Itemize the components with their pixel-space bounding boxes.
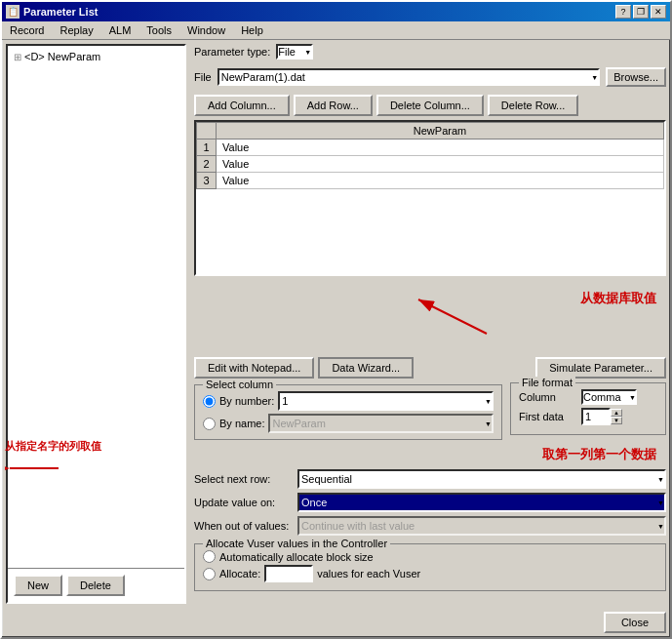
col-right: File format Column Comma Tab Firs	[510, 382, 666, 442]
param-type-select[interactable]: File	[276, 44, 313, 60]
update-value-select[interactable]: Once Each iteration	[297, 493, 666, 512]
table-row-num-header	[197, 123, 217, 140]
when-out-label: When out of values:	[194, 520, 292, 532]
table-row-value[interactable]: Value	[217, 173, 664, 189]
tree-item-newparam[interactable]: ⊞ <D> NewParam	[12, 50, 180, 63]
by-name-row: By name: NewParam	[203, 414, 494, 433]
manual-allocate-label: Allocate:	[219, 568, 260, 579]
by-number-select[interactable]: 1	[278, 391, 494, 411]
edit-notepad-button[interactable]: Edit with Notepad...	[194, 357, 314, 379]
title-bar: 📋 Parameter List ? ❐ ✕	[2, 2, 670, 21]
column-format-row: Column Comma Tab	[519, 389, 657, 405]
menu-tools[interactable]: Tools	[142, 23, 176, 37]
first-data-row: First data ▲ ▼	[519, 408, 657, 425]
manual-allocate-input[interactable]	[264, 565, 313, 582]
select-column-legend: Select column	[203, 379, 276, 390]
annotation3-area: 从指定名字的列取值	[5, 439, 102, 483]
when-out-wrapper: Continue with last value	[297, 516, 666, 536]
by-number-radio[interactable]	[203, 395, 216, 408]
delete-button[interactable]: Delete	[66, 575, 125, 596]
annotation1-text: 从数据库取值	[580, 290, 656, 307]
by-name-radio[interactable]	[203, 418, 216, 430]
bottom-buttons-row: Edit with Notepad... Data Wizard... Simu…	[194, 357, 666, 379]
close-button[interactable]: ✕	[651, 5, 666, 19]
param-type-label: Parameter type:	[194, 46, 270, 58]
first-data-spin: ▲ ▼	[581, 408, 622, 425]
table-row: 3Value	[197, 173, 664, 189]
file-select[interactable]: NewParam(1).dat	[217, 68, 600, 86]
param-type-select-wrapper: File	[276, 44, 313, 60]
menu-bar: Record Replay ALM Tools Window Help	[2, 21, 670, 40]
when-out-row: When out of values: Continue with last v…	[194, 516, 666, 536]
table-row-num: 2	[197, 156, 217, 173]
annotation2-area: 取第一列第一个数据	[194, 446, 666, 465]
col-left: Select column By number: 1	[194, 382, 502, 442]
spin-buttons: ▲ ▼	[611, 409, 622, 424]
table-row-num: 3	[197, 173, 217, 189]
left-buttons: New Delete	[8, 568, 184, 602]
table-row-value[interactable]: Value	[217, 140, 664, 156]
by-name-label: By name:	[219, 418, 264, 429]
select-next-row-row: Select next row: Sequential Random Uniqu…	[194, 469, 666, 489]
allocate-box: Allocate Vuser values in the Controller …	[194, 543, 666, 591]
menu-alm[interactable]: ALM	[105, 23, 136, 37]
two-col-section: Select column By number: 1	[194, 382, 666, 442]
menu-window[interactable]: Window	[183, 23, 229, 37]
close-row: Close	[2, 608, 670, 637]
delete-row-button[interactable]: Delete Row...	[488, 95, 578, 116]
window-title: Parameter List	[23, 6, 98, 18]
browse-button[interactable]: Browse...	[606, 67, 666, 87]
menu-record[interactable]: Record	[6, 23, 48, 37]
main-content: ⊞ <D> NewParam New Delete Parameter type…	[2, 40, 670, 608]
main-close-button[interactable]: Close	[604, 612, 666, 633]
toolbar-row: Add Column... Add Row... Delete Column..…	[194, 95, 666, 116]
svg-line-1	[418, 300, 487, 334]
first-data-input[interactable]	[581, 408, 611, 425]
select-column-box: Select column By number: 1	[194, 384, 502, 440]
data-wizard-button[interactable]: Data Wizard...	[318, 357, 414, 379]
manual-allocate-radio[interactable]	[203, 568, 216, 580]
first-data-label: First data	[519, 411, 577, 422]
by-name-select-wrapper: NewParam	[268, 414, 494, 433]
when-out-select[interactable]: Continue with last value	[297, 516, 666, 536]
table-newparam-header: NewParam	[217, 123, 664, 140]
table-row-num: 1	[197, 140, 217, 156]
annotation-arrow	[360, 280, 555, 353]
radio-group: By number: 1 By name:	[203, 391, 494, 433]
annotation3-text: 从指定名字的列取值	[5, 440, 101, 452]
spin-up-button[interactable]: ▲	[611, 409, 622, 417]
new-button[interactable]: New	[14, 575, 62, 596]
data-table-container: NewParam 1Value2Value3Value	[194, 120, 666, 276]
menu-replay[interactable]: Replay	[56, 23, 97, 37]
by-number-row: By number: 1	[203, 391, 494, 411]
add-row-button[interactable]: Add Row...	[294, 95, 373, 116]
by-name-select[interactable]: NewParam	[268, 414, 494, 433]
data-table: NewParam 1Value2Value3Value	[196, 122, 664, 189]
table-row: 1Value	[197, 140, 664, 156]
restore-button[interactable]: ❐	[633, 5, 649, 19]
spin-down-button[interactable]: ▼	[611, 417, 622, 424]
right-panel: Parameter type: File File NewParam(1).da…	[190, 40, 670, 608]
auto-allocate-radio[interactable]	[203, 550, 216, 563]
file-label: File	[194, 71, 212, 83]
select-next-row-label: Select next row:	[194, 473, 292, 485]
tree-area: ⊞ <D> NewParam	[8, 46, 184, 568]
table-row-value[interactable]: Value	[217, 156, 664, 173]
update-value-label: Update value on:	[194, 497, 292, 508]
simulate-button[interactable]: Simulate Parameter...	[535, 357, 666, 379]
add-column-button[interactable]: Add Column...	[194, 95, 290, 116]
select-next-row-wrapper: Sequential Random Unique	[297, 469, 666, 489]
help-button[interactable]: ?	[615, 5, 631, 19]
column-format-label: Column	[519, 391, 577, 403]
tree-item-label: <D> NewParam	[24, 51, 100, 62]
select-next-row-select[interactable]: Sequential Random Unique	[297, 469, 666, 489]
menu-help[interactable]: Help	[237, 23, 267, 37]
left-panel: ⊞ <D> NewParam New Delete	[6, 44, 186, 604]
title-bar-left: 📋 Parameter List	[6, 5, 98, 19]
annotation-area: 从数据库取值	[194, 280, 666, 353]
annotation2-text: 取第一列第一个数据	[542, 446, 656, 463]
annotation3-arrow	[5, 454, 63, 483]
delete-column-button[interactable]: Delete Column...	[376, 95, 484, 116]
column-select[interactable]: Comma Tab	[581, 389, 637, 405]
by-number-label: By number:	[219, 395, 274, 407]
